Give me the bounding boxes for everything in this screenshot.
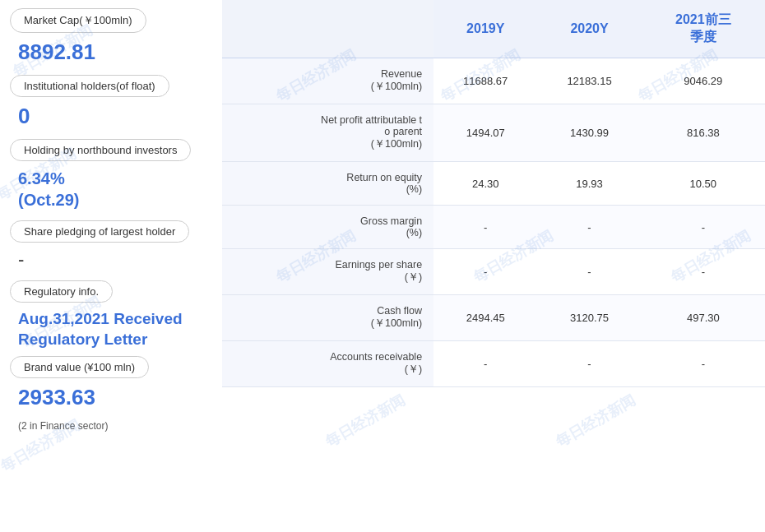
row-netprofit-2019: 1494.07 [434,104,537,162]
table-row: Net profit attributable t o parent (￥100… [222,104,765,162]
share-pledging-badge: Share pledging of largest holder [10,220,189,243]
row-revenue-2021: 9046.29 [642,58,765,104]
table-row: Cash flow (￥100mln) 2494.45 3120.75 497.… [222,295,765,341]
row-grossmargin-2020: - [537,206,641,249]
row-cashflow-2019: 2494.45 [434,295,537,341]
row-label-grossmargin: Gross margin (%) [222,206,434,249]
market-cap-value: 8892.81 [10,36,212,72]
row-grossmargin-2021: - [642,206,765,249]
institutional-value: 0 [10,100,212,136]
row-ar-2019: - [434,341,537,387]
table-row: Revenue (￥100mln) 11688.67 12183.15 9046… [222,58,765,104]
col-header-2020: 2020Y [537,0,641,58]
brand-value-value: 2933.63 [10,382,212,417]
row-revenue-2019: 11688.67 [434,58,537,104]
row-eps-2021: - [642,249,765,295]
col-header-2021: 2021前三 季度 [642,0,765,58]
left-panel: 每日经济新闻 每日经济新闻 每日经济新闻 每日经济新闻 Market Cap(￥… [0,0,222,532]
row-netprofit-2021: 816.38 [642,104,765,162]
institutional-badge: Institutional holders(of float) [10,75,169,97]
right-panel: 每日经济新闻 每日经济新闻 每日经济新闻 每日经济新闻 每日经济新闻 每日经济新… [222,0,765,532]
table-header-row: 2019Y 2020Y 2021前三 季度 [222,0,765,58]
brand-value-sub: (2 in Finance sector) [10,420,212,438]
row-label-roe: Return on equity (%) [222,162,434,206]
brand-value-badge: Brand value (¥100 mln) [10,356,149,378]
watermark-right-9: 每日经济新闻 [552,391,639,452]
main-container: 每日经济新闻 每日经济新闻 每日经济新闻 每日经济新闻 Market Cap(￥… [0,0,765,532]
market-cap-badge: Market Cap(￥100mln) [10,8,146,33]
watermark-right-8: 每日经济新闻 [322,391,409,452]
row-revenue-2020: 12183.15 [537,58,641,104]
northbound-badge: Holding by northbound investors [10,139,191,161]
row-ar-2020: - [537,341,641,387]
row-label-revenue: Revenue (￥100mln) [222,58,434,104]
northbound-value: 6.34% (Oct.29) [10,164,212,217]
row-grossmargin-2019: - [434,206,537,249]
regulatory-value: Aug.31,2021 Received Regulatory Letter [10,306,212,353]
row-eps-2019: - [434,249,537,295]
table-row: Return on equity (%) 24.30 19.93 10.50 [222,162,765,206]
row-roe-2020: 19.93 [537,162,641,206]
row-roe-2021: 10.50 [642,162,765,206]
row-cashflow-2020: 3120.75 [537,295,641,341]
row-label-netprofit: Net profit attributable t o parent (￥100… [222,104,434,162]
table-row: Gross margin (%) - - - [222,206,765,249]
row-eps-2020: - [537,249,641,295]
financial-table: 2019Y 2020Y 2021前三 季度 Revenue (￥100mln) … [222,0,765,387]
row-netprofit-2020: 1430.99 [537,104,641,162]
col-header-label [222,0,434,58]
row-cashflow-2021: 497.30 [642,295,765,341]
row-label-accountsreceivable: Accounts receivable (￥) [222,341,434,387]
regulatory-badge: Regulatory info. [10,280,113,303]
row-ar-2021: - [642,341,765,387]
col-header-2019: 2019Y [434,0,537,58]
table-row: Earnings per share (￥) - - - [222,249,765,295]
row-label-eps: Earnings per share (￥) [222,249,434,295]
table-row: Accounts receivable (￥) - - - [222,341,765,387]
share-pledging-value: - [10,246,212,277]
row-label-cashflow: Cash flow (￥100mln) [222,295,434,341]
row-roe-2019: 24.30 [434,162,537,206]
